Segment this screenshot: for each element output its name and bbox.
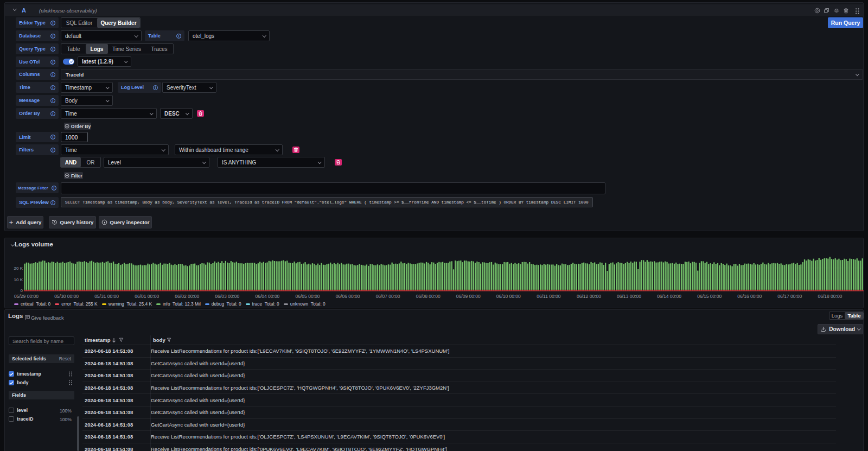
svg-text:06/02 00:00: 06/02 00:00 [175, 294, 199, 299]
svg-text:05/31 00:00: 05/31 00:00 [94, 294, 119, 299]
svg-text:06/03 00:00: 06/03 00:00 [215, 294, 239, 299]
svg-text:06/06 00:00: 06/06 00:00 [336, 294, 360, 299]
svg-text:06/01 00:00: 06/01 00:00 [135, 294, 159, 299]
svg-text:06/07 00:00: 06/07 00:00 [376, 294, 400, 299]
svg-text:10 K: 10 K [14, 277, 23, 282]
svg-text:06/04 00:00: 06/04 00:00 [255, 294, 279, 299]
svg-text:06/16 00:00: 06/16 00:00 [737, 294, 762, 299]
svg-text:06/11 00:00: 06/11 00:00 [537, 294, 561, 299]
svg-text:06/09 00:00: 06/09 00:00 [456, 294, 481, 299]
svg-text:20 K: 20 K [14, 266, 23, 271]
svg-text:06/08 00:00: 06/08 00:00 [416, 294, 441, 299]
svg-text:06/18 00:00: 06/18 00:00 [818, 294, 842, 299]
svg-text:06/17 00:00: 06/17 00:00 [777, 294, 802, 299]
svg-text:0: 0 [21, 288, 23, 293]
svg-text:06/12 00:00: 06/12 00:00 [577, 294, 601, 299]
svg-text:05/30 00:00: 05/30 00:00 [54, 294, 79, 299]
svg-text:06/14 00:00: 06/14 00:00 [657, 294, 681, 299]
svg-text:05/29 00:00: 05/29 00:00 [14, 294, 39, 299]
svg-text:06/13 00:00: 06/13 00:00 [617, 294, 641, 299]
svg-text:06/05 00:00: 06/05 00:00 [296, 294, 320, 299]
svg-text:06/15 00:00: 06/15 00:00 [697, 294, 722, 299]
svg-text:06/10 00:00: 06/10 00:00 [496, 294, 521, 299]
